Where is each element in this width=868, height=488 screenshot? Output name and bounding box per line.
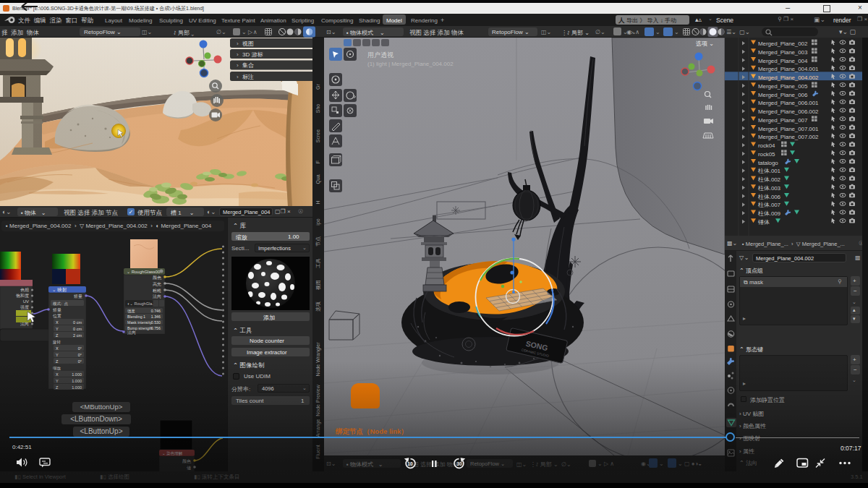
svg-text:ipo: ipo bbox=[315, 218, 321, 225]
svg-text:H: H bbox=[315, 200, 320, 204]
svg-text:tatalogo: tatalogo bbox=[758, 160, 778, 166]
svg-text:Merged_Plane_006.001: Merged_Plane_006.001 bbox=[758, 100, 819, 106]
svg-text:Merged_Plane_004.001: Merged_Plane_004.001 bbox=[758, 66, 819, 72]
svg-text:柱体.003: 柱体.003 bbox=[757, 185, 781, 192]
svg-text:强度: 强度 bbox=[20, 304, 29, 310]
svg-text:选项: 选项 bbox=[315, 301, 321, 312]
svg-text:高光: 高光 bbox=[153, 281, 161, 287]
svg-text:Merged_Plane_002: Merged_Plane_002 bbox=[758, 40, 808, 47]
svg-text:X: X bbox=[56, 346, 59, 351]
svg-text:Merged_Plane_003: Merged_Plane_003 bbox=[758, 49, 808, 56]
svg-text:位置: 位置 bbox=[53, 314, 61, 318]
svg-text:⌄ 映射: ⌄ 映射 bbox=[52, 287, 67, 292]
svg-text:1.000: 1.000 bbox=[72, 372, 82, 377]
svg-text:柱体.007: 柱体.007 bbox=[757, 202, 781, 208]
svg-text:1.000: 1.000 bbox=[72, 385, 82, 390]
svg-text:›: › bbox=[237, 40, 239, 47]
svg-text:Merged_Plane_005: Merged_Plane_005 bbox=[758, 83, 808, 90]
svg-text:视图: 视图 bbox=[315, 280, 321, 290]
svg-text:0°: 0° bbox=[78, 359, 82, 364]
svg-text:Merged_Plane_006: Merged_Plane_006 bbox=[758, 92, 808, 98]
svg-text:视图: 视图 bbox=[242, 40, 254, 47]
svg-text:Merged_Plane_007: Merged_Plane_007 bbox=[758, 117, 808, 124]
svg-text:Mask intensity: Mask intensity bbox=[127, 320, 152, 325]
svg-text:集合: 集合 bbox=[242, 62, 254, 69]
svg-text:矫量: 矫量 bbox=[53, 308, 61, 312]
svg-text:Scree: Scree bbox=[315, 129, 320, 142]
svg-text:rock04: rock04 bbox=[758, 142, 775, 149]
svg-text:0.530: 0.530 bbox=[151, 320, 161, 325]
svg-text:Merged_Plane_007.002: Merged_Plane_007.002 bbox=[758, 134, 819, 140]
svg-text:Merged_Plane_004: Merged_Plane_004 bbox=[758, 58, 808, 64]
svg-text:F: F bbox=[315, 160, 320, 163]
svg-text:缩放: 缩放 bbox=[53, 366, 61, 371]
svg-text:标注: 标注 bbox=[242, 74, 254, 80]
svg-text:30: 30 bbox=[456, 461, 462, 466]
svg-text:粗糙: 粗糙 bbox=[153, 288, 161, 293]
svg-text:◐⌄ RoughGla..: ◐⌄ RoughGla.. bbox=[127, 301, 155, 306]
svg-text:Qua: Qua bbox=[315, 174, 321, 184]
svg-text:饱和度: 饱和度 bbox=[15, 293, 29, 299]
svg-text:1.000: 1.000 bbox=[72, 379, 82, 383]
svg-text:X: X bbox=[56, 372, 59, 377]
svg-text:矫量: 矫量 bbox=[74, 294, 82, 299]
svg-text:用户透视: 用户透视 bbox=[367, 51, 393, 59]
svg-text:Node Preview: Node Preview bbox=[315, 384, 320, 416]
svg-text:色相: 色相 bbox=[20, 288, 29, 293]
svg-text:旋转: 旋转 bbox=[52, 340, 61, 345]
svg-text:锤体: 锤体 bbox=[757, 219, 770, 226]
svg-text:0 cm: 0 cm bbox=[73, 320, 82, 325]
svg-text:Y: Y bbox=[56, 327, 59, 331]
svg-text:0.746: 0.746 bbox=[151, 309, 161, 313]
svg-text:0 cm: 0 cm bbox=[73, 327, 82, 331]
svg-text:Fluent: Fluent bbox=[315, 445, 320, 459]
svg-text:柱体.009: 柱体.009 bbox=[757, 210, 781, 217]
svg-text:›: › bbox=[237, 74, 239, 80]
svg-text:柱体.002: 柱体.002 bbox=[757, 176, 781, 183]
svg-text:rock05: rock05 bbox=[758, 151, 775, 158]
svg-text:法向: 法向 bbox=[153, 294, 161, 299]
svg-text:⌄ RoughGlass00: ⌄ RoughGlass00 bbox=[127, 270, 161, 274]
svg-text:模式: 点: 模式: 点 bbox=[53, 301, 69, 306]
svg-text:柱体.001: 柱体.001 bbox=[757, 168, 781, 174]
svg-text:Arrange: Arrange bbox=[315, 419, 321, 437]
svg-text:UV: UV bbox=[23, 299, 29, 304]
svg-text:节点: 节点 bbox=[315, 236, 321, 247]
svg-text:3D 游标: 3D 游标 bbox=[242, 51, 263, 58]
svg-text:⌄ 染色理解: ⌄ 染色理解 bbox=[162, 451, 183, 456]
svg-text:›: › bbox=[237, 62, 239, 69]
svg-text:値: 値 bbox=[187, 466, 191, 470]
svg-text:Gr: Gr bbox=[315, 83, 320, 89]
svg-text:›: › bbox=[237, 51, 239, 58]
svg-text:Sho: Sho bbox=[315, 104, 320, 114]
svg-text:Merged_Plane_004.002: Merged_Plane_004.002 bbox=[758, 74, 819, 81]
svg-text:强度: 强度 bbox=[127, 309, 135, 314]
svg-text:X: X bbox=[56, 320, 59, 325]
svg-text:法向: 法向 bbox=[127, 330, 136, 335]
svg-text:0.756: 0.756 bbox=[151, 326, 161, 330]
svg-text:0°: 0° bbox=[78, 353, 82, 357]
svg-text:Merged_Plane_007.001: Merged_Plane_007.001 bbox=[758, 126, 819, 132]
svg-text:2 cm: 2 cm bbox=[73, 333, 82, 338]
svg-text:0°: 0° bbox=[78, 346, 82, 351]
svg-text:10: 10 bbox=[407, 461, 413, 466]
svg-text:(1) light | Merged_Plane_004.0: (1) light | Merged_Plane_004.002 bbox=[367, 61, 454, 67]
svg-text:柱体.006: 柱体.006 bbox=[757, 194, 781, 200]
svg-text:颜色: 颜色 bbox=[182, 458, 192, 463]
svg-text:Y: Y bbox=[56, 379, 59, 383]
svg-text:Blending 1: Blending 1 bbox=[127, 314, 145, 319]
svg-text:Node Wrangler: Node Wrangler bbox=[315, 342, 321, 377]
svg-text:Y: Y bbox=[56, 353, 59, 357]
svg-text:颜色: 颜色 bbox=[153, 275, 162, 280]
svg-text:1.346: 1.346 bbox=[151, 314, 161, 319]
svg-text:Merged_Plane_006.002: Merged_Plane_006.002 bbox=[758, 108, 819, 115]
svg-text:工具: 工具 bbox=[315, 258, 321, 268]
svg-text:选项 ⌄: 选项 ⌄ bbox=[696, 40, 714, 47]
